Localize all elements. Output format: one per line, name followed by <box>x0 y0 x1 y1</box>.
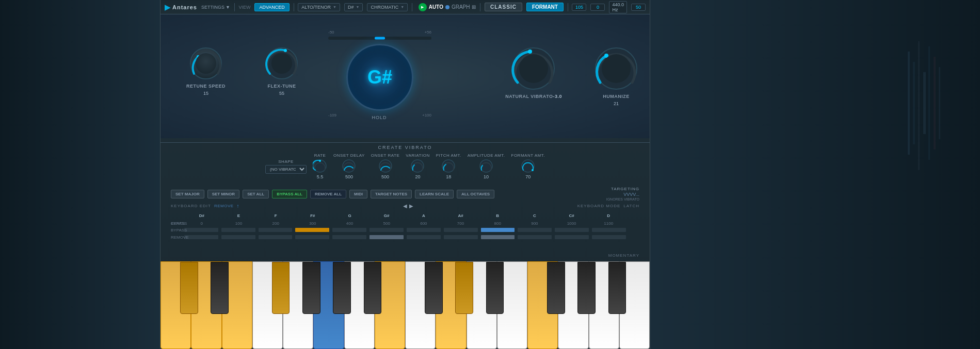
targeting-value: VVVV... <box>623 192 639 197</box>
bypass-8[interactable] <box>481 228 515 232</box>
bypass-10[interactable] <box>555 228 589 232</box>
pitch-amt-knob[interactable] <box>441 159 456 173</box>
remove-10[interactable] <box>555 235 589 239</box>
input-type-dropdown[interactable]: ALTO/TENOR ▼ <box>298 3 340 11</box>
remove-1[interactable] <box>221 235 255 239</box>
hold-label: HOLD <box>372 115 387 120</box>
black-key-6[interactable] <box>425 262 442 314</box>
shape-dropdown[interactable]: (NO VIBRATO) <box>265 165 307 174</box>
vibrato-rate-control: RATE 5.5 <box>313 153 327 179</box>
scale-dropdown[interactable]: CHROMATIC ▼ <box>367 3 408 11</box>
note-label-9: C <box>516 213 553 218</box>
svg-point-63 <box>532 169 534 171</box>
remove-8[interactable] <box>481 235 515 239</box>
logo-arrow-icon: ▶ <box>165 3 170 11</box>
black-key-1[interactable] <box>211 262 228 314</box>
auto-indicator <box>445 5 449 9</box>
note-label-4: G <box>331 213 368 218</box>
set-major-button[interactable]: SET MAJOR <box>171 190 204 198</box>
black-key-4[interactable] <box>333 262 350 314</box>
black-key-3[interactable] <box>302 262 320 314</box>
all-octaves-button[interactable]: ALL OCTAVES <box>457 190 494 198</box>
humanize-knob-wrapper: HUMANIZE 21 <box>593 45 639 106</box>
nav-right-button[interactable]: ▶ <box>409 203 413 209</box>
pitch-display-area: -50 +56 G# -109 HOLD +100 <box>320 30 439 120</box>
remove-9[interactable] <box>518 235 552 239</box>
black-key-2[interactable] <box>272 262 290 314</box>
rate-knob[interactable] <box>313 159 327 173</box>
bypass-4[interactable] <box>332 228 366 232</box>
natural-vibrato-knob[interactable] <box>510 45 557 92</box>
remove-3[interactable] <box>295 235 329 239</box>
white-key-0[interactable] <box>160 261 191 349</box>
keyboard-remove-button[interactable]: REMOVE <box>214 204 234 208</box>
side-panel-left <box>0 0 160 349</box>
logo-text: Antares <box>172 4 197 10</box>
black-key-8[interactable] <box>486 262 504 314</box>
onset-delay-knob[interactable] <box>342 159 356 173</box>
black-key-0[interactable] <box>180 262 198 314</box>
set-minor-button[interactable]: SET MINOR <box>207 190 239 198</box>
formant-amt-knob[interactable] <box>521 159 535 173</box>
white-key-12[interactable] <box>527 261 558 349</box>
black-key-7[interactable] <box>455 262 473 314</box>
vibrato-section: CREATE VIBRATO SHAPE (NO VIBRATO) RATE <box>160 142 650 181</box>
key-dropdown[interactable]: D# ▼ <box>344 3 363 11</box>
vibrato-shape-control: SHAPE (NO VIBRATO) <box>265 159 307 174</box>
svg-rect-41 <box>934 57 936 149</box>
onset-rate-knob[interactable] <box>378 159 393 173</box>
bypass-3[interactable] <box>295 228 329 232</box>
black-key-5[interactable] <box>364 262 381 314</box>
auto-mode-section: ▶ AUTO GRAPH ⊞ <box>419 3 476 11</box>
onset-delay-label: ONSET DELAY <box>333 153 365 158</box>
learn-scale-button[interactable]: LEARN SCALE <box>415 190 454 198</box>
onset-rate-label: ONSET RATE <box>371 153 399 158</box>
header-knob2-value: 0 <box>590 4 605 11</box>
classic-button[interactable]: CLASSIC <box>485 3 522 11</box>
pitch-plus56: +56 <box>424 30 431 35</box>
humanize-label: HUMANIZE <box>603 94 630 99</box>
remove-11[interactable] <box>592 235 626 239</box>
note-label-8: B <box>479 213 516 218</box>
note-label-5: G# <box>368 213 405 218</box>
midi-button[interactable]: MIDI <box>349 190 367 198</box>
bypass-11[interactable] <box>592 228 626 232</box>
tab-advanced[interactable]: ADVANCED <box>254 3 289 11</box>
bypass-6[interactable] <box>407 228 441 232</box>
remove-6[interactable] <box>407 235 441 239</box>
remove-7[interactable] <box>444 235 478 239</box>
remove-0[interactable] <box>184 235 218 239</box>
bypass-5[interactable] <box>369 228 404 232</box>
black-key-9[interactable] <box>547 262 565 314</box>
bypass-2[interactable] <box>259 228 293 232</box>
flex-tune-knob[interactable] <box>264 45 300 81</box>
remove-5[interactable] <box>369 235 404 239</box>
bypass-0[interactable] <box>184 228 218 232</box>
remove-4[interactable] <box>332 235 366 239</box>
formant-button[interactable]: FORMANT <box>526 3 564 11</box>
play-button[interactable]: ▶ <box>419 3 427 11</box>
target-notes-button[interactable]: TARGET NOTES <box>371 190 412 198</box>
graph-label: GRAPH <box>452 4 470 10</box>
white-key-8[interactable] <box>405 261 436 349</box>
note-label-6: A <box>405 213 442 218</box>
set-all-button[interactable]: SET ALL <box>243 190 269 198</box>
pitch-circle[interactable]: G# <box>346 44 413 111</box>
bypass-7[interactable] <box>444 228 478 232</box>
create-vibrato-title: CREATE VIBRATO <box>171 145 639 150</box>
black-key-10[interactable] <box>577 262 595 314</box>
white-key-3[interactable] <box>252 261 283 349</box>
remove-all-button[interactable]: REMOVE ALL <box>310 190 346 198</box>
bypass-all-button[interactable]: BYPASS ALL <box>272 190 307 198</box>
bypass-1[interactable] <box>221 228 255 232</box>
amplitude-amt-knob[interactable] <box>479 159 493 173</box>
settings-button[interactable]: SETTINGS ▼ <box>201 5 230 10</box>
bypass-9[interactable] <box>518 228 552 232</box>
remove-2[interactable] <box>259 235 293 239</box>
retune-speed-knob[interactable] <box>188 45 224 81</box>
variation-knob[interactable] <box>410 159 425 173</box>
nav-left-button[interactable]: ◀ <box>403 203 407 209</box>
black-key-11[interactable] <box>608 262 626 314</box>
humanize-knob[interactable] <box>593 45 639 92</box>
flex-tune-knob-wrapper: FLEX-TUNE 55 <box>264 45 300 96</box>
